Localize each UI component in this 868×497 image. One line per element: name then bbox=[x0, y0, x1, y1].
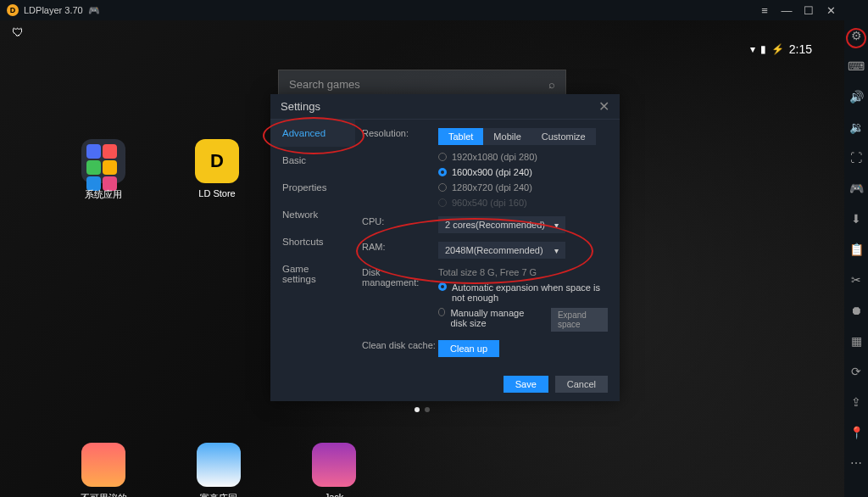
menu-icon[interactable]: ≡ bbox=[756, 2, 773, 19]
chevron-down-icon: ▾ bbox=[554, 221, 559, 230]
res-opt-900[interactable]: 1600x900 (dpi 240) bbox=[438, 167, 608, 177]
volume-down-icon[interactable]: 🔉 bbox=[848, 119, 865, 136]
res-opt-1080[interactable]: 1920x1080 (dpi 280) bbox=[438, 152, 608, 162]
cache-label: Clean disk cache: bbox=[362, 340, 438, 357]
app-label: 富豪庄园 bbox=[200, 492, 237, 497]
cancel-button[interactable]: Cancel bbox=[555, 376, 608, 393]
maximize-icon[interactable]: ☐ bbox=[800, 2, 817, 19]
wifi-icon: ▾ bbox=[750, 43, 755, 55]
app-system[interactable]: 系统应用 bbox=[76, 139, 131, 201]
gamepad-icon: 🎮 bbox=[88, 5, 100, 16]
keyboard-icon[interactable]: ⌨ bbox=[848, 58, 865, 75]
ram-select[interactable]: 2048M(Recommended)▾ bbox=[438, 242, 565, 259]
search-placeholder: Search games bbox=[289, 78, 360, 91]
app-label: 不可思议的路 bbox=[76, 492, 131, 497]
settings-dialog: Settings ✕ Advanced Basic Properties Net… bbox=[270, 94, 620, 401]
disk-label: Disk management: bbox=[362, 267, 438, 332]
res-tab-customize[interactable]: Customize bbox=[531, 128, 596, 145]
disk-manual[interactable]: Manually manage disk sizeExpand space bbox=[438, 308, 608, 332]
record-icon[interactable]: ⏺ bbox=[848, 302, 865, 319]
volume-up-icon[interactable]: 🔊 bbox=[848, 88, 865, 105]
charging-icon: ⚡ bbox=[771, 43, 784, 55]
app-game1[interactable]: 不可思议的路 bbox=[76, 443, 131, 497]
nav-network[interactable]: Network bbox=[270, 201, 355, 228]
save-button[interactable]: Save bbox=[504, 376, 548, 393]
sync-icon[interactable]: ⟳ bbox=[848, 363, 865, 380]
tool-sidebar: ⚙ ⌨ 🔊 🔉 ⛶ 🎮 ⬇ 📋 ✂ ⏺ ▦ ⟳ ⇪ 📍 ⋯ bbox=[844, 0, 868, 497]
app-logo: D bbox=[7, 4, 19, 16]
nav-shortcuts[interactable]: Shortcuts bbox=[270, 228, 355, 255]
close-icon[interactable]: ✕ bbox=[822, 2, 839, 19]
keymap-icon[interactable]: 🎮 bbox=[848, 180, 865, 197]
location-icon[interactable]: 📍 bbox=[848, 424, 865, 441]
resolution-label: Resolution: bbox=[362, 128, 438, 208]
search-icon: ⌕ bbox=[548, 78, 555, 91]
gear-icon[interactable]: ⚙ bbox=[848, 27, 865, 44]
app-ldstore[interactable]: D LD Store bbox=[190, 139, 244, 201]
app-label: Jack Adventure bbox=[307, 492, 361, 497]
disk-auto[interactable]: Automatic expansion when space is not en… bbox=[438, 282, 608, 303]
cpu-label: CPU: bbox=[362, 216, 438, 233]
res-tab-mobile[interactable]: Mobile bbox=[483, 128, 531, 145]
settings-close-icon[interactable]: ✕ bbox=[598, 98, 609, 114]
more-icon[interactable]: ⋯ bbox=[848, 455, 865, 472]
nav-properties[interactable]: Properties bbox=[270, 174, 355, 201]
res-opt-720[interactable]: 1280x720 (dpi 240) bbox=[438, 182, 608, 193]
chevron-down-icon: ▾ bbox=[554, 246, 559, 255]
cpu-select[interactable]: 2 cores(Recommended)▾ bbox=[438, 216, 565, 233]
battery-icon: ▮ bbox=[760, 43, 766, 55]
shield-icon[interactable]: 🛡 bbox=[12, 25, 24, 39]
app-label: 系统应用 bbox=[85, 188, 122, 201]
app-version: 3.70 bbox=[64, 5, 82, 15]
scissors-icon[interactable]: ✂ bbox=[848, 271, 865, 288]
cleanup-button[interactable]: Clean up bbox=[438, 340, 499, 357]
settings-title: Settings bbox=[281, 100, 320, 113]
expand-space-button[interactable]: Expand space bbox=[551, 308, 608, 332]
multi-icon[interactable]: ▦ bbox=[848, 332, 865, 349]
res-opt-540[interactable]: 960x540 (dpi 160) bbox=[438, 198, 608, 208]
disk-total: Total size 8 G, Free 7 G bbox=[438, 267, 608, 277]
app-label: LD Store bbox=[198, 188, 235, 198]
clock: 2:15 bbox=[789, 42, 812, 56]
minimize-icon[interactable]: — bbox=[778, 2, 795, 19]
app-game3[interactable]: Jack Adventure bbox=[307, 443, 361, 497]
fullscreen-icon[interactable]: ⛶ bbox=[848, 149, 865, 166]
install-icon[interactable]: ⬇ bbox=[848, 210, 865, 227]
app-game2[interactable]: 富豪庄园 bbox=[192, 443, 246, 497]
ram-label: RAM: bbox=[362, 242, 438, 259]
screenshot-icon[interactable]: 📋 bbox=[848, 241, 865, 258]
nav-basic[interactable]: Basic bbox=[270, 147, 355, 174]
nav-game-settings[interactable]: Game settings bbox=[270, 255, 355, 293]
res-tab-tablet[interactable]: Tablet bbox=[438, 128, 483, 145]
nav-advanced[interactable]: Advanced bbox=[270, 120, 355, 147]
page-indicator bbox=[415, 407, 430, 412]
share-icon[interactable]: ⇪ bbox=[848, 394, 865, 410]
app-name: LDPlayer bbox=[24, 5, 62, 15]
